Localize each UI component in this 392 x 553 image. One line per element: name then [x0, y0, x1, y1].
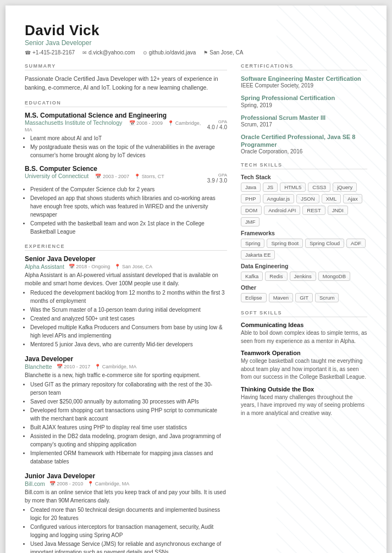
junior-meta: Bill.com 📅 2008 - 2010 📍 Cambridge, MA [25, 480, 227, 487]
bs-meta: University of Connecticut 📅 2003 - 2007 … [25, 173, 227, 184]
experience-label: EXPERIENCE [25, 244, 227, 251]
cert-org-3: Oracle Corporation, 2016 [241, 148, 367, 154]
skill-tag: XML [322, 194, 341, 203]
tech-stack-tags: JavaJSHTML5CSS3jQueryPHPAngular.jsJSONXM… [241, 183, 367, 226]
exp-entry-senior: Senior Java Developer Alpha Assistant 📅 … [25, 255, 227, 349]
skill-tag: Eclipse [241, 293, 267, 302]
skill-tag: Redis [265, 272, 287, 281]
bs-bullet-1: President of the Computer Science club f… [30, 185, 227, 193]
phone-contact: +1-415-218-2167 [25, 49, 75, 56]
senior-dates: 📅 2018 - Ongoing [69, 264, 111, 269]
cert-name-1: Spring Professional Certification [241, 94, 367, 102]
summary-text: Passionate Oracle Certified Java Develop… [25, 75, 227, 92]
skill-tag: Maven [269, 293, 294, 302]
cert-entry-2: Professional Scrum Master III Scrum, 201… [241, 114, 367, 128]
skill-tag: DOM [241, 206, 262, 215]
skill-tag: Android API [264, 206, 300, 215]
java-title: Java Developer [25, 355, 227, 363]
phone-icon [25, 49, 31, 56]
ms-school: Massachusetts Institute of Technology [25, 119, 122, 126]
soft-skill-title-0: Communicating Ideas [241, 322, 367, 328]
java-b1: Used GIT as the primary repository for c… [30, 380, 227, 397]
skill-tag: Kafka [241, 272, 263, 281]
github-icon [143, 49, 147, 56]
soft-skill-title-2: Thinking Outside the Box [241, 386, 367, 392]
junior-desc: Bill.com is an online service that lets … [25, 488, 227, 505]
cert-entry-0: Software Engineering Master Certificatio… [241, 75, 367, 89]
senior-b4: Developed multiple Kafka Producers and C… [30, 323, 227, 340]
data-eng-label: Data Engineering [241, 263, 367, 269]
java-desc: Blanchette is a new, high traffic e-comm… [25, 371, 227, 379]
junior-bullets: Created more than 50 technical design do… [25, 506, 227, 554]
senior-bullets: Reduced the development backlog from 12 … [25, 289, 227, 349]
bs-bullet-2: Developed an app that shows students whi… [30, 194, 227, 219]
edu-entry-bs: B.S. Computer Science University of Conn… [25, 165, 227, 236]
java-b5: Assisted in the DB2 data modeling, progr… [30, 432, 227, 449]
location-contact: San Jose, CA [203, 49, 243, 56]
java-bullets: Used GIT as the primary repository for c… [25, 380, 227, 466]
bs-dates: 📅 2003 - 2007 [95, 174, 129, 179]
senior-meta: Alpha Assistant 📅 2018 - Ongoing 📍 San J… [25, 263, 227, 270]
senior-title: Senior Java Developer [25, 255, 227, 263]
other-tags: EclipseMavenGITScrum [241, 293, 367, 302]
junior-company: Bill.com [25, 480, 45, 487]
skill-tag: JMF [241, 217, 260, 226]
bs-location: 📍 Storrs, CT [134, 174, 164, 179]
skill-tag: Spring [241, 239, 264, 248]
junior-location: 📍 Cambridge, MA [87, 481, 129, 486]
senior-company: Alpha Assistant [25, 263, 64, 270]
exp-entry-java: Java Developer Blanchette 📅 2010 - 2017 … [25, 355, 227, 466]
soft-skill-desc-1: My college basketball coach taught me ev… [241, 357, 367, 381]
frameworks-tags: SpringSpring BootSpring CloudADFJakarta … [241, 239, 367, 259]
skill-tag: JNDI [328, 206, 348, 215]
cert-org-2: Scrum, 2017 [241, 121, 367, 128]
soft-skill-2: Thinking Outside the Box Having faced ma… [241, 386, 367, 418]
edu-entry-ms: M.S. Computational Science and Engineeri… [25, 112, 227, 159]
skill-tag: Spring Cloud [305, 239, 344, 248]
ms-bullets: Learnt more about AI and IoT My postgrad… [25, 134, 227, 159]
java-b4: Built AJAX features using PHP to display… [30, 423, 227, 432]
ms-gpa: GPA 4.0 / 4.0 [207, 119, 227, 130]
junior-b2: Configured various interceptors for tran… [30, 523, 227, 539]
soft-skill-0: Communicating Ideas Able to boil down co… [241, 322, 367, 345]
cert-name-3: Oracle Certified Professional, Java SE 8… [241, 133, 367, 149]
cert-name-0: Software Engineering Master Certificatio… [241, 75, 367, 82]
education-section: EDUCATION M.S. Computational Science and… [25, 100, 227, 236]
right-column: CERTIFICATIONS Software Engineering Mast… [241, 63, 367, 553]
java-company: Blanchette [25, 363, 52, 370]
skill-tag: JSON [296, 194, 319, 203]
skill-tag: PHP [241, 194, 261, 203]
ms-degree: M.S. Computational Science and Engineeri… [25, 112, 227, 119]
senior-location: 📍 San Jose, CA [114, 264, 152, 269]
junior-title: Junior Java Developer [25, 472, 227, 480]
bs-gpa: GPA 3.9 / 3.0 [207, 173, 227, 184]
header: David Vick Senior Java Developer +1-415-… [25, 22, 367, 56]
tech-stack-label: Tech Stack [241, 174, 367, 180]
junior-dates: 📅 2008 - 2010 [49, 481, 84, 486]
skill-tag: Angular.js [263, 194, 295, 203]
senior-b1: Reduced the development backlog from 12 … [30, 289, 227, 305]
frameworks-label: Frameworks [241, 230, 367, 236]
exp-entry-junior: Junior Java Developer Bill.com 📅 2008 - … [25, 472, 227, 554]
skill-tag: Jenkins [290, 272, 316, 281]
soft-skill-desc-2: Having faced many challenges throughout … [241, 394, 367, 418]
bs-bullet-3: Competed with the basketball team and wo… [30, 219, 227, 236]
skill-tag: Jakarta EE [241, 250, 275, 259]
experience-section: EXPERIENCE Senior Java Developer Alpha A… [25, 244, 227, 554]
left-column: SUMMARY Passionate Oracle Certified Java… [25, 63, 227, 553]
java-meta: Blanchette 📅 2010 - 2017 📍 Cambridge, MA [25, 363, 227, 370]
senior-b3: Created and analyzed 500+ unit test case… [30, 314, 227, 323]
github-text: github.io/david.java [149, 49, 196, 56]
cert-entry-1: Spring Professional Certification Spring… [241, 94, 367, 108]
cert-name-2: Professional Scrum Master III [241, 114, 367, 121]
other-label: Other [241, 284, 367, 291]
job-title: Senior Java Developer [25, 39, 367, 47]
email-icon [82, 49, 87, 56]
soft-skill-title-1: Teamwork Operation [241, 350, 367, 356]
skill-tag: CSS3 [308, 183, 330, 192]
skill-tag: HTML5 [280, 183, 306, 192]
resume: David Vick Senior Java Developer +1-415-… [5, 5, 387, 553]
github-contact: github.io/david.java [143, 49, 196, 56]
senior-b2: Was the Scrum master of a 10-person team… [30, 306, 227, 314]
cert-label: CERTIFICATIONS [241, 63, 367, 70]
